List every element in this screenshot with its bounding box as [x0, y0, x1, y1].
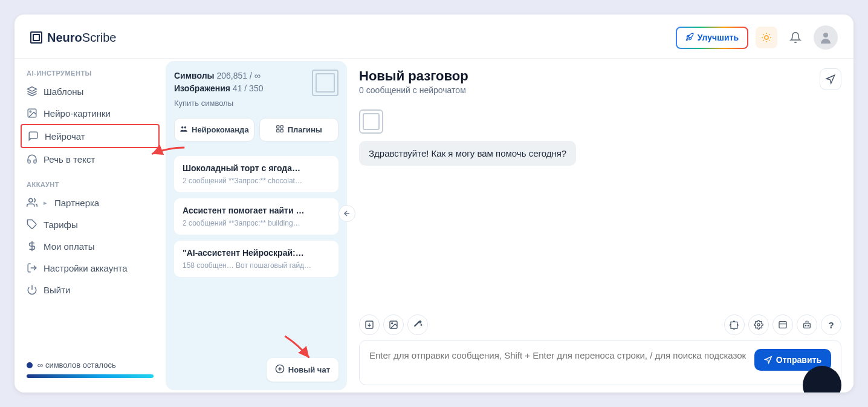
message-input[interactable]	[369, 349, 747, 376]
tag-icon	[27, 219, 37, 230]
conversation-subtitle: 0 сообщений с нейрочатом	[359, 85, 468, 95]
upgrade-label: Улучшить	[698, 33, 739, 42]
sidebar-item-logout[interactable]: Выйти	[21, 279, 160, 301]
new-chat-label: Новый чат	[288, 365, 330, 374]
svg-rect-12	[276, 125, 279, 128]
chat-subtitle: 2 сообщений **Запрос:** chocolat…	[183, 177, 330, 185]
sidebar-item-speech[interactable]: Речь в текст	[21, 148, 160, 170]
team-icon	[180, 125, 188, 135]
chat-list-item[interactable]: Ассистент помогает найти … 2 сообщений *…	[174, 198, 338, 235]
sidebar-section-tools: AI-ИНСТРУМЕНТЫ	[21, 59, 160, 80]
share-button[interactable]	[820, 68, 841, 90]
chat-subtitle: 2 сообщений **Запрос:** building…	[183, 219, 330, 227]
new-chat-button[interactable]: Новый чат	[267, 358, 338, 382]
attach-image-button[interactable]	[383, 314, 404, 335]
chevron-right-icon: ▸	[44, 199, 47, 207]
help-button[interactable]: ?	[821, 314, 841, 335]
collapse-panel-button[interactable]	[338, 205, 355, 222]
power-icon	[27, 284, 37, 295]
send-label: Отправить	[776, 355, 821, 365]
chat-list-item[interactable]: Шоколадный торт с ягода… 2 сообщений **З…	[174, 156, 338, 192]
sidebar-item-plans[interactable]: Тарифы	[21, 213, 160, 235]
sidebar-item-templates[interactable]: Шаблоны	[21, 80, 160, 102]
sidebar-item-images[interactable]: Нейро-картинки	[21, 102, 160, 124]
chat-list-item[interactable]: "AI-ассистент Нейроскрай:… 158 сообщен… …	[174, 241, 338, 277]
logo-icon	[30, 31, 42, 44]
arrow-left-icon	[343, 209, 351, 218]
settings-tool-button[interactable]	[748, 314, 769, 335]
sidebar-item-neurochat[interactable]: Нейрочат	[21, 124, 160, 148]
images-value: 41 / 350	[233, 83, 264, 93]
layout-button[interactable]	[772, 314, 793, 335]
gear-icon	[754, 320, 763, 330]
sidebar-item-label: Нейро-картинки	[44, 108, 111, 119]
svg-point-5	[29, 198, 33, 202]
robot-icon	[802, 320, 812, 330]
sidebar-section-account: АККАУНТ	[21, 170, 160, 192]
chat-title: Шоколадный торт с ягода…	[183, 163, 330, 173]
upgrade-button[interactable]: Улучшить	[676, 27, 748, 49]
symbols-value: 206,851 / ∞	[216, 71, 260, 80]
theme-toggle[interactable]	[756, 27, 777, 48]
user-avatar[interactable]	[814, 25, 838, 50]
images-label: Изображения	[174, 83, 230, 93]
svg-rect-14	[280, 129, 283, 132]
sidebar-item-payments[interactable]: Мои оплаты	[21, 235, 160, 257]
plus-circle-icon	[275, 364, 285, 376]
sidebar-item-label: Шаблоны	[44, 86, 83, 97]
sidebar-item-label: Нейрочат	[45, 131, 85, 142]
image-icon	[389, 320, 398, 330]
symbols-remaining: ∞ символов осталось	[37, 360, 116, 370]
chat-title: "AI-ассистент Нейроскрай:…	[183, 248, 330, 258]
symbols-label: Символы	[174, 71, 215, 80]
bot-avatar-icon	[359, 109, 383, 134]
download-icon	[364, 320, 374, 330]
svg-rect-24	[779, 322, 786, 328]
svg-point-10	[181, 126, 184, 128]
app-logo[interactable]: NeuroScribe	[30, 31, 117, 45]
question-icon: ?	[828, 320, 834, 330]
neuroteam-button[interactable]: Нейрокоманда	[174, 118, 254, 142]
wand-icon	[413, 320, 423, 330]
robot-button[interactable]	[797, 314, 817, 335]
svg-point-23	[757, 324, 760, 326]
magic-button[interactable]	[407, 314, 428, 335]
logout-icon	[27, 262, 37, 273]
brand-square-icon	[312, 70, 338, 96]
headphones-icon	[27, 154, 37, 164]
usage-progress	[27, 374, 154, 378]
person-icon	[818, 30, 833, 45]
chat-icon	[28, 131, 39, 142]
attach-file-button[interactable]	[359, 314, 380, 335]
svg-marker-2	[28, 87, 37, 92]
puzzle-button[interactable]	[724, 314, 745, 335]
chat-subtitle: 158 сообщен… Вот пошаговый гайд…	[183, 261, 330, 270]
sidebar-item-settings[interactable]: Настройки аккаунта	[21, 257, 160, 279]
svg-point-28	[808, 325, 808, 326]
chat-title: Ассистент помогает найти …	[183, 206, 330, 215]
users-icon	[27, 197, 37, 208]
logo-light: Scribe	[82, 31, 117, 44]
notifications-button[interactable]	[785, 27, 806, 48]
svg-point-0	[765, 36, 768, 39]
status-dot	[27, 362, 33, 368]
share-icon	[825, 74, 836, 85]
sidebar-item-label: Мои оплаты	[44, 241, 94, 252]
dollar-icon	[27, 241, 37, 252]
layers-icon	[27, 86, 37, 97]
buy-symbols-link[interactable]: Купить символы	[174, 97, 263, 109]
sidebar-item-affiliate[interactable]: ▸ Партнерка	[21, 192, 160, 213]
send-icon	[764, 356, 772, 364]
sun-icon	[761, 32, 772, 43]
svg-point-22	[392, 323, 393, 324]
neuroteam-label: Нейрокоманда	[192, 125, 249, 134]
sidebar-item-label: Выйти	[44, 285, 70, 295]
plugins-button[interactable]: Плагины	[259, 118, 338, 142]
puzzle-icon	[730, 320, 739, 330]
bell-icon	[789, 31, 802, 44]
svg-point-11	[184, 126, 187, 128]
grid-icon	[276, 125, 284, 135]
svg-point-1	[823, 33, 828, 37]
sidebar-item-label: Тарифы	[44, 220, 78, 230]
svg-rect-26	[804, 323, 811, 328]
